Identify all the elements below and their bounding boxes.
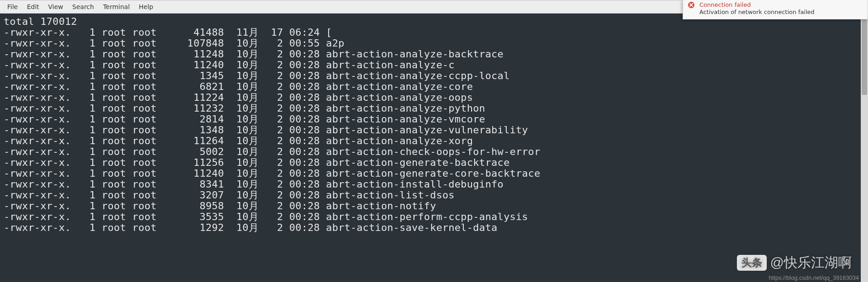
- network-notification[interactable]: Connection failed Activation of network …: [683, 0, 868, 19]
- vertical-scrollbar[interactable]: [861, 14, 868, 282]
- terminal-output[interactable]: total 170012-rwxr-xr-x. 1 root root 4148…: [0, 14, 868, 282]
- terminal-line: -rwxr-xr-x. 1 root root 8341 10月 2 00:28…: [4, 179, 864, 190]
- menu-edit[interactable]: Edit: [22, 1, 43, 12]
- menu-view[interactable]: View: [44, 1, 68, 12]
- terminal-line: -rwxr-xr-x. 1 root root 3207 10月 2 00:28…: [4, 190, 864, 201]
- terminal-line: -rwxr-xr-x. 1 root root 1292 10月 2 00:28…: [4, 222, 864, 233]
- terminal-line: -rwxr-xr-x. 1 root root 11264 10月 2 00:2…: [4, 136, 864, 146]
- notification-title: Connection failed: [699, 1, 863, 8]
- notification-message: Activation of network connection failed: [699, 9, 863, 15]
- terminal-line: -rwxr-xr-x. 1 root root 6821 10月 2 00:28…: [4, 81, 864, 92]
- terminal-line: -rwxr-xr-x. 1 root root 11248 10月 2 00:2…: [4, 49, 864, 60]
- terminal-line: -rwxr-xr-x. 1 root root 2814 10月 2 00:28…: [4, 114, 864, 125]
- menu-file[interactable]: File: [3, 1, 22, 12]
- menu-terminal[interactable]: Terminal: [99, 1, 134, 12]
- menu-search[interactable]: Search: [68, 1, 99, 12]
- terminal-line: -rwxr-xr-x. 1 root root 107848 10月 2 00:…: [4, 38, 864, 49]
- watermark-url: https://blog.csdn.net/qq_39183034: [769, 274, 859, 281]
- terminal-line: -rwxr-xr-x. 1 root root 5002 10月 2 00:28…: [4, 146, 864, 157]
- scrollbar-thumb[interactable]: [862, 14, 867, 95]
- terminal-line: -rwxr-xr-x. 1 root root 1348 10月 2 00:28…: [4, 125, 864, 136]
- terminal-line: -rwxr-xr-x. 1 root root 8958 10月 2 00:28…: [4, 201, 864, 212]
- terminal-line: -rwxr-xr-x. 1 root root 1345 10月 2 00:28…: [4, 70, 864, 81]
- terminal-line: -rwxr-xr-x. 1 root root 41488 11月 17 06:…: [4, 27, 864, 38]
- watermark-handle: @快乐江湖啊: [770, 254, 852, 272]
- network-error-icon: [688, 1, 695, 9]
- terminal-line: -rwxr-xr-x. 1 root root 11232 10月 2 00:2…: [4, 103, 864, 114]
- terminal-line: -rwxr-xr-x. 1 root root 11240 10月 2 00:2…: [4, 168, 864, 179]
- terminal-line: -rwxr-xr-x. 1 root root 11256 10月 2 00:2…: [4, 157, 864, 168]
- watermark: 头条 @快乐江湖啊: [737, 254, 852, 272]
- terminal-line: -rwxr-xr-x. 1 root root 11240 10月 2 00:2…: [4, 60, 864, 70]
- terminal-line: -rwxr-xr-x. 1 root root 3535 10月 2 00:28…: [4, 212, 864, 222]
- menu-help[interactable]: Help: [134, 1, 158, 12]
- terminal-line: -rwxr-xr-x. 1 root root 11224 10月 2 00:2…: [4, 92, 864, 103]
- watermark-chip: 头条: [737, 255, 767, 271]
